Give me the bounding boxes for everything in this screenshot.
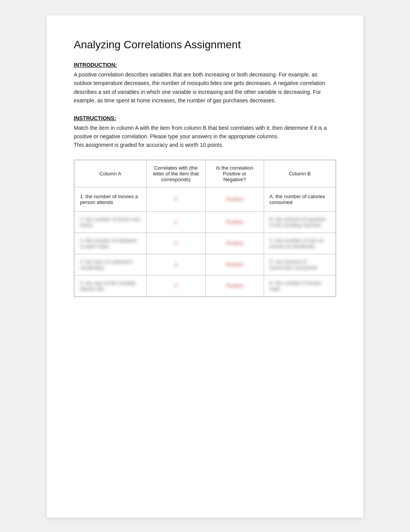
col-positive-item-5[interactable]: Positive xyxy=(205,275,264,296)
correlations-table-wrapper: Column A Correlates with (the letter of … xyxy=(74,160,336,297)
col-correlates-item-5[interactable]: X xyxy=(146,275,205,296)
col-a-item-5: 5. the size of the monthly electric bill xyxy=(75,275,147,296)
col-b-item-4: D. the amount of sunscreen consumed xyxy=(264,254,335,275)
col-correlates-item-3[interactable]: X xyxy=(146,233,205,254)
table-row: 2. the number of hours one worksXPositiv… xyxy=(75,211,336,233)
col-a-item-2: 2. the number of hours one works xyxy=(75,211,147,233)
col-correlates-item-1[interactable]: X xyxy=(146,187,205,211)
header-col-positive: Is the correlation Positive or Negative? xyxy=(205,160,264,187)
col-positive-item-4[interactable]: Positive xyxy=(205,254,264,275)
col-b-item-1: A. the number of calories consumed xyxy=(264,187,335,211)
col-positive-item-1[interactable]: Positive xyxy=(205,187,264,211)
instructions-body: Match the item in column A with the item… xyxy=(74,124,336,150)
header-col-b: Column B xyxy=(264,160,335,187)
instructions-text-2: This assignment is graded for accuracy a… xyxy=(74,142,224,148)
correlations-table: Column A Correlates with (the letter of … xyxy=(74,160,336,297)
instructions-label: INSTRUCTIONS: xyxy=(74,115,336,121)
introduction-body: A positive correlation describes variabl… xyxy=(74,70,336,105)
table-row: 5. the size of the monthly electric bill… xyxy=(75,275,336,296)
col-a-item-4: 4. the size of a person's vocabulary xyxy=(75,254,147,275)
table-row: 1. the number of movies a person attends… xyxy=(75,187,336,211)
col-b-item-2: B. the amount of quarters in the vending… xyxy=(264,211,335,233)
col-positive-item-3[interactable]: Positive xyxy=(205,233,264,254)
table-row: 3. the number of students in each classX… xyxy=(75,233,336,254)
col-correlates-item-2[interactable]: X xyxy=(146,211,205,233)
col-b-item-5: E. the number of books read xyxy=(264,275,335,296)
page-title: Analyzing Correlations Assignment xyxy=(74,39,336,51)
col-a-item-3: 3. the number of students in each class xyxy=(75,233,147,254)
col-a-item-1: 1. the number of movies a person attends xyxy=(75,187,147,211)
instructions-text-1: Match the item in column A with the item… xyxy=(74,125,327,139)
introduction-label: INTRODUCTION: xyxy=(74,62,336,68)
page-container: Analyzing Correlations Assignment INTROD… xyxy=(47,15,363,518)
header-col-correlates: Correlates with (the letter of the item … xyxy=(146,160,205,187)
header-col-a: Column A xyxy=(75,160,147,187)
table-header-row: Column A Correlates with (the letter of … xyxy=(75,160,336,187)
col-positive-item-2[interactable]: Positive xyxy=(205,211,264,233)
col-b-item-3: C. the number of cars at school on weeke… xyxy=(264,233,335,254)
table-row: 4. the size of a person's vocabularyXPos… xyxy=(75,254,336,275)
col-correlates-item-4[interactable]: X xyxy=(146,254,205,275)
